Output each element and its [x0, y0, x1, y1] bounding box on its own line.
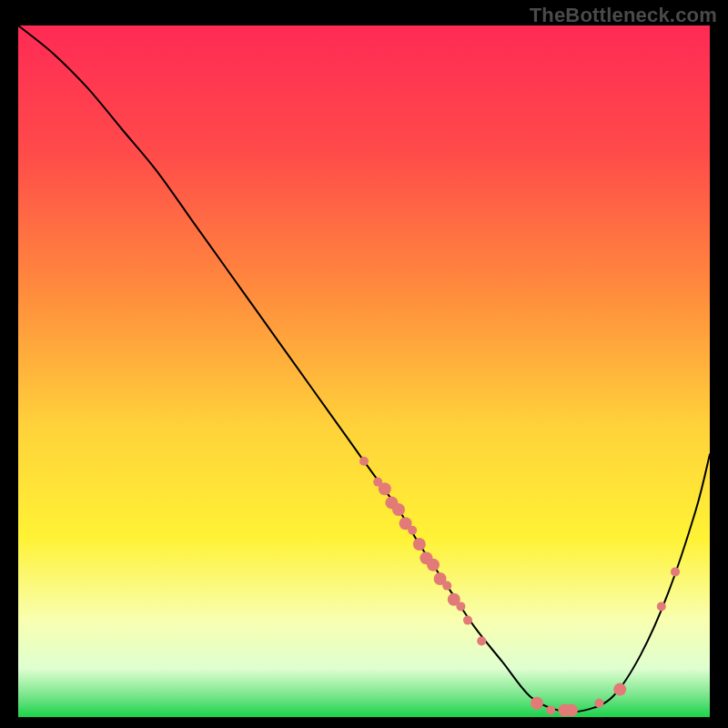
marker-dot	[546, 705, 555, 714]
chart-stage: TheBottleneck.com	[0, 0, 728, 728]
marker-dot	[413, 538, 426, 551]
marker-dot	[463, 616, 472, 625]
marker-dot	[565, 703, 578, 716]
marker-dot	[359, 457, 369, 466]
marker-dot	[379, 482, 391, 495]
marker-dot	[427, 559, 440, 571]
marker-dot	[477, 636, 486, 645]
marker-dot	[657, 602, 666, 611]
marker-dot	[456, 602, 465, 611]
attribution-text: TheBottleneck.com	[530, 4, 717, 27]
plot-area	[18, 25, 710, 717]
marker-dot	[594, 699, 603, 708]
chart-svg	[18, 25, 710, 717]
marker-dot	[613, 683, 626, 696]
marker-dot	[671, 567, 680, 576]
marker-dot	[442, 581, 451, 591]
marker-dot	[408, 526, 417, 535]
marker-dot	[392, 503, 405, 516]
marker-dot	[531, 697, 543, 710]
